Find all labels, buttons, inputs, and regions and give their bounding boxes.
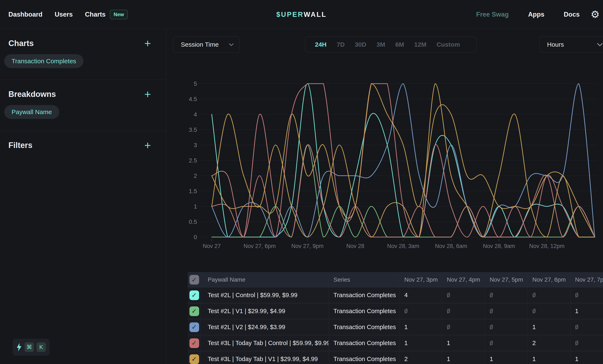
- logo-accent-text: $UPER: [276, 11, 304, 19]
- cell-value: 1: [575, 356, 578, 363]
- svg-text:Nov 28, 9am: Nov 28, 9am: [483, 243, 515, 249]
- sidebar-section-charts: Charts + Transaction Completes: [0, 29, 166, 80]
- select-all-checkbox[interactable]: ✓: [189, 275, 199, 284]
- row-checkbox[interactable]: ✓: [189, 307, 199, 316]
- check-icon: ✓: [192, 355, 197, 363]
- sidebar: Charts + Transaction Completes Breakdown…: [0, 29, 166, 364]
- svg-text:4.5: 4.5: [189, 96, 197, 102]
- value-cell: 2: [400, 351, 442, 364]
- k-key: K: [36, 342, 46, 352]
- plus-icon[interactable]: +: [144, 39, 151, 47]
- chevron-down-icon: [229, 43, 233, 46]
- value-cell: 1: [570, 351, 603, 364]
- cell-value: 0: [447, 324, 450, 330]
- breakdowns-pills: Paywall Name: [4, 105, 166, 119]
- value-cell: 0: [442, 319, 485, 335]
- check-icon: ✓: [192, 291, 197, 299]
- value-cell: 0: [528, 303, 570, 319]
- range-tab-custom[interactable]: Custom: [437, 41, 460, 48]
- row-checkbox[interactable]: ✓: [189, 322, 199, 332]
- superwall-dashboard: DashboardUsersChartsNew $UPERWALL Free S…: [0, 0, 603, 364]
- value-cell: 0: [485, 335, 528, 351]
- date-range-tabs: 24H7D30D3M6M12MCustom: [305, 36, 477, 53]
- paywall-name-cell: Test #3L | Today Tab | V1 | $29.99, $4.9…: [201, 351, 329, 364]
- gear-icon[interactable]: ⚙: [591, 10, 600, 20]
- table-row: ✓Test #3L | Today Tab | Control | $59.99…: [188, 335, 603, 351]
- check-icon: ✓: [192, 276, 197, 284]
- value-cell: 0: [485, 319, 528, 335]
- unit-select-value: Hours: [547, 41, 564, 48]
- svg-text:Nov 28, 12pm: Nov 28, 12pm: [529, 243, 565, 249]
- row-checkbox[interactable]: ✓: [189, 290, 199, 300]
- nav-item-docs[interactable]: Docs: [564, 11, 580, 18]
- nav-item-apps[interactable]: Apps: [528, 11, 545, 18]
- check-icon: ✓: [192, 307, 197, 315]
- pill-transaction-completes[interactable]: Transaction Completes: [4, 54, 83, 68]
- cell-value: 0: [532, 292, 536, 299]
- value-cell: 2: [528, 335, 570, 351]
- cell-value: 0: [447, 292, 450, 299]
- sidebar-section-filters: Filters +: [0, 131, 166, 156]
- range-tab-7d[interactable]: 7D: [336, 41, 345, 48]
- value-cell: 1: [485, 351, 528, 364]
- command-palette-shortcut[interactable]: ⌘ K: [13, 339, 50, 356]
- cell-value: 1: [532, 356, 536, 363]
- paywall-name-cell: Test #3L | Today Tab | Control | $59.99,…: [201, 335, 329, 351]
- cell-value: 1: [575, 308, 578, 315]
- value-cell: 0: [570, 335, 603, 351]
- section-title-charts: Charts: [8, 39, 34, 48]
- column-header: Nov 27, 4pm: [442, 272, 485, 287]
- check-icon: ✓: [192, 323, 197, 331]
- breakdown-table: ✓Paywall NameSeriesNov 27, 3pmNov 27, 4p…: [188, 272, 603, 364]
- unit-select[interactable]: Hours: [539, 36, 603, 53]
- svg-text:Nov 28, 6am: Nov 28, 6am: [435, 243, 467, 249]
- plus-icon[interactable]: +: [144, 141, 151, 149]
- line-chart-svg: 00.511.522.533.544.55Nov 27Nov 27, 6pmNo…: [187, 80, 601, 252]
- svg-text:4: 4: [194, 111, 197, 118]
- value-cell: 0: [485, 303, 528, 319]
- nav-item-free-swag[interactable]: Free Swag: [476, 11, 509, 18]
- range-tab-6m[interactable]: 6M: [395, 41, 404, 48]
- range-tab-12m[interactable]: 12M: [414, 41, 426, 48]
- cell-value: 0: [575, 324, 578, 330]
- value-cell: 4: [400, 287, 442, 303]
- svg-text:1.5: 1.5: [189, 188, 197, 194]
- table-header-checkbox-cell: ✓: [188, 272, 201, 287]
- logo-rest-text: WALL: [304, 11, 326, 19]
- table-row: ✓Test #3L | Today Tab | V1 | $29.99, $4.…: [188, 351, 603, 364]
- value-cell: 0: [400, 303, 442, 319]
- svg-text:5: 5: [194, 80, 197, 87]
- cell-value: 4: [404, 292, 408, 299]
- row-checkbox[interactable]: ✓: [189, 338, 199, 348]
- svg-text:3.5: 3.5: [189, 126, 197, 133]
- svg-text:Nov 27, 6pm: Nov 27, 6pm: [244, 243, 276, 249]
- svg-text:2.5: 2.5: [189, 157, 197, 164]
- range-tab-3m[interactable]: 3M: [376, 41, 385, 48]
- cell-value: 1: [447, 340, 450, 347]
- section-title-breakdowns: Breakdowns: [8, 90, 56, 99]
- value-cell: 0: [528, 287, 570, 303]
- svg-text:0.5: 0.5: [189, 218, 197, 225]
- paywall-name-cell: Test #2L | Control | $59.99, $9.99: [201, 287, 329, 303]
- row-checkbox[interactable]: ✓: [189, 354, 199, 364]
- range-tab-30d[interactable]: 30D: [355, 41, 366, 48]
- sessions-line-chart[interactable]: 00.511.522.533.544.55Nov 27Nov 27, 6pmNo…: [187, 80, 601, 252]
- cell-value: 1: [447, 356, 450, 363]
- row-checkbox-cell: ✓: [188, 287, 201, 303]
- svg-text:Nov 27, 9pm: Nov 27, 9pm: [291, 243, 324, 249]
- metric-select[interactable]: Session Time: [173, 36, 240, 53]
- column-header: Paywall Name: [201, 272, 329, 287]
- plus-icon[interactable]: +: [144, 90, 151, 98]
- section-title-filters: Filters: [8, 141, 32, 150]
- svg-text:3: 3: [194, 142, 197, 148]
- row-checkbox-cell: ✓: [188, 303, 201, 319]
- value-cell: 0: [570, 287, 603, 303]
- lightning-icon: [16, 343, 22, 351]
- range-tab-24h[interactable]: 24H: [315, 41, 326, 48]
- cell-value: 1: [490, 356, 493, 363]
- cell-value: 0: [490, 292, 493, 299]
- svg-text:2: 2: [194, 172, 197, 179]
- value-cell: 0: [570, 319, 603, 335]
- pill-paywall-name[interactable]: Paywall Name: [4, 105, 59, 119]
- value-cell: 0: [485, 287, 528, 303]
